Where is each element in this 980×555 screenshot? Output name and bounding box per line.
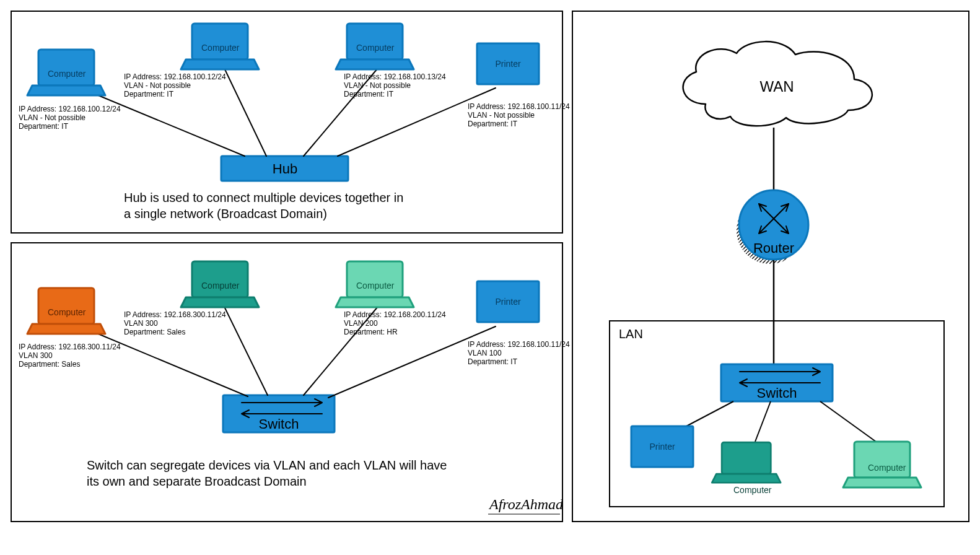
credit-text: AfrozAhmad: [488, 496, 564, 512]
hub-dev-2-dept: Department: IT: [344, 90, 394, 98]
hub-caption-1: Hub is used to connect multiple devices …: [124, 191, 403, 204]
switch-dev-2: Computer IP Address: 192.168.200.11/24 V…: [336, 261, 446, 336]
switch-caption-2: its own and separate Broadcast Domain: [87, 474, 307, 488]
switch-dev-1-label: Computer: [201, 281, 240, 291]
lan-computer-1: Computer: [712, 442, 781, 495]
hub-dev-2-vlan: VLAN - Not possible: [344, 81, 411, 90]
hub-dev-2: Computer IP Address: 192.168.100.13/24 V…: [336, 24, 446, 98]
switch-dev-2-ip: IP Address: 192.168.200.11/24: [344, 310, 446, 319]
lan-link-comp1: [755, 401, 771, 442]
switch-dev-1: Computer IP Address: 192.168.300.11/24 V…: [124, 261, 259, 336]
switch-link-1: [224, 307, 268, 395]
hub-dev-1-dept: Department: IT: [124, 90, 174, 98]
lan-computer-2: Computer: [843, 442, 921, 487]
switch-diagram: Switch Computer IP Address: 192.168.300.…: [19, 261, 570, 488]
switch-dev-0: Computer IP Address: 192.168.300.11/24 V…: [19, 288, 121, 369]
switch-dev-1-dept: Department: Sales: [124, 328, 185, 336]
switch-dev-3-label: Printer: [495, 297, 521, 307]
hub-dev-0-dept: Department: IT: [19, 122, 69, 131]
hub-dev-3-ip: IP Address: 192.168.100.11/24: [468, 102, 570, 111]
hub-dev-0-ip: IP Address: 192.168.100.12/24: [19, 105, 121, 113]
lan-printer-label: Printer: [649, 442, 675, 452]
hub-dev-1-ip: IP Address: 192.168.100.12/24: [124, 72, 226, 81]
switch-label: Switch: [259, 416, 299, 432]
hub-diagram: Hub Computer IP Address: 192.168.100.12/…: [19, 24, 570, 221]
hub-dev-0-vlan: VLAN - Not possible: [19, 113, 85, 122]
hub-dev-2-ip: IP Address: 192.168.100.13/24: [344, 72, 446, 81]
hub-dev-3-dept: Department: IT: [468, 120, 518, 128]
switch-dev-0-dept: Department: Sales: [19, 360, 80, 369]
lan-switch: Switch: [721, 364, 833, 401]
router-label: Router: [753, 240, 794, 256]
lan-label: LAN: [619, 327, 643, 341]
wan-lan-diagram: WAN Router LAN Switch: [610, 42, 944, 507]
wan-cloud: WAN: [683, 42, 872, 126]
hub-dev-3: Printer IP Address: 192.168.100.11/24 VL…: [468, 43, 570, 128]
hub-dev-0-label: Computer: [48, 69, 86, 79]
hub-dev-2-label: Computer: [356, 43, 395, 53]
router: Router: [737, 190, 808, 264]
switch-dev-3-ip: IP Address: 192.168.100.11/24: [468, 340, 570, 349]
hub-dev-1-vlan: VLAN - Not possible: [124, 81, 191, 90]
switch-dev-0-label: Computer: [48, 307, 86, 317]
hub-link-0: [85, 90, 245, 156]
switch-dev-2-vlan: VLAN 200: [344, 319, 378, 328]
switch-dev-1-ip: IP Address: 192.168.300.11/24: [124, 310, 226, 319]
switch-dev-0-ip: IP Address: 192.168.300.11/24: [19, 343, 121, 351]
lan-computer-1-label: Computer: [733, 485, 772, 495]
hub-dev-3-label: Printer: [495, 59, 521, 69]
switch-link-0: [85, 328, 248, 396]
switch-dev-1-vlan: VLAN 300: [124, 319, 158, 328]
switch-dev-3: Printer IP Address: 192.168.100.11/24 VL…: [468, 281, 570, 366]
credit-box: AfrozAhmad: [488, 496, 564, 514]
switch-dev-2-label: Computer: [356, 281, 395, 291]
hub-dev-0: Computer IP Address: 192.168.100.12/24 V…: [19, 50, 121, 131]
hub-dev-3-vlan: VLAN - Not possible: [468, 111, 535, 120]
hub-caption-2: a single network (Broadcast Domain): [124, 207, 327, 221]
switch-caption-1: Switch can segregate devices via VLAN an…: [87, 458, 447, 472]
lan-link-comp2: [820, 401, 876, 442]
switch-dev-0-vlan: VLAN 300: [19, 351, 53, 360]
hub-dev-1: Computer IP Address: 192.168.100.12/24 V…: [124, 24, 259, 98]
switch-dev-3-vlan: VLAN 100: [468, 349, 502, 357]
lan-printer: Printer: [631, 426, 693, 467]
hub-dev-1-label: Computer: [201, 43, 240, 53]
switch-dev-3-dept: Department: IT: [468, 357, 518, 366]
switch-device: Switch: [223, 395, 335, 432]
lan-switch-label: Switch: [757, 385, 797, 401]
wan-label: WAN: [759, 78, 794, 95]
switch-dev-2-dept: Department: HR: [344, 328, 398, 336]
hub-link-1: [224, 68, 266, 156]
hub-device: Hub: [221, 156, 348, 181]
lan-computer-2-label: Computer: [868, 463, 906, 473]
hub-label: Hub: [273, 161, 297, 177]
